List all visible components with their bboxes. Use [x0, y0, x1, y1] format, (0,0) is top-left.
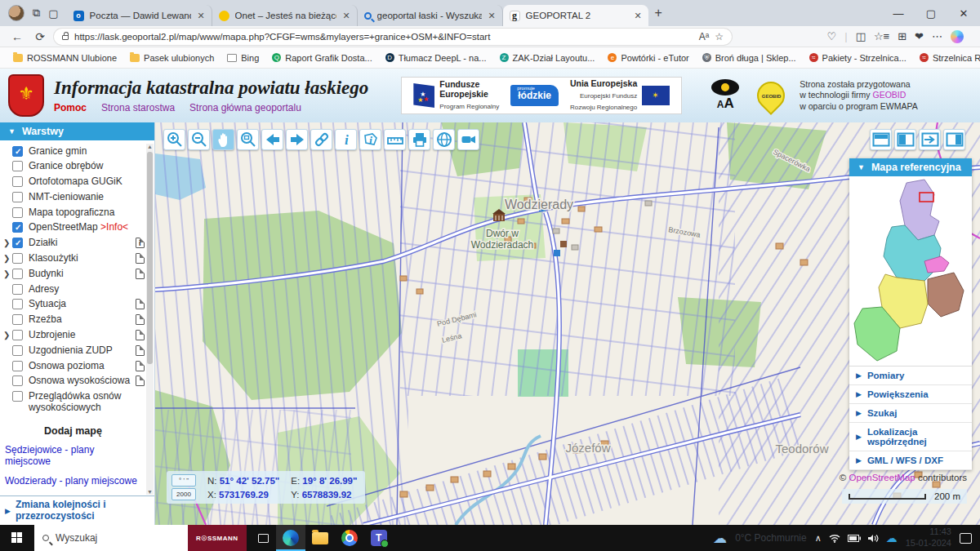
layer-checkbox[interactable] [12, 299, 23, 309]
layer-granice-obrebow[interactable]: ❯Granice obrębów [0, 159, 146, 175]
measure-button[interactable] [384, 129, 406, 150]
layer-dzialki[interactable]: ❯Działki [0, 236, 146, 251]
expand-icon[interactable]: ❯ [3, 254, 12, 263]
layer-checkbox[interactable] [12, 345, 23, 356]
scale-input[interactable]: 2000 [172, 488, 196, 500]
task-view-button[interactable] [252, 525, 276, 551]
weather-text[interactable]: 0°C Pochmurnie [735, 532, 807, 544]
settings-more-icon[interactable]: ⋯ [932, 30, 942, 42]
tab-poczta[interactable]: o Poczta — Dawid Lewandowski — ✕ [67, 5, 212, 26]
geobid-link[interactable]: GEOBID [873, 90, 906, 100]
layer-checkbox[interactable] [12, 207, 23, 218]
tab-geoportal[interactable]: g GEOPORTAL 2 ✕ [503, 5, 648, 26]
tab-close-icon[interactable]: ✕ [197, 11, 204, 21]
layers-panel-header[interactable]: ▼ Warstwy [0, 122, 154, 140]
close-button[interactable]: ✕ [947, 0, 980, 26]
toggle-right-panel-button[interactable] [943, 129, 965, 150]
layer-checkbox[interactable] [12, 269, 23, 279]
scrollbar-thumb[interactable] [147, 152, 153, 364]
bookmark-item[interactable]: ZZAK-Dział Layoutu... [495, 51, 600, 64]
wifi-icon[interactable] [829, 534, 840, 543]
osm-info-link[interactable]: >Info< [100, 221, 128, 233]
taskbar-clock[interactable]: 11:43 15-01-2024 [906, 527, 951, 549]
layer-budynki[interactable]: ❯Budynki [0, 266, 146, 282]
layer-mapa-topograficzna[interactable]: ❯Mapa topograficzna [0, 205, 146, 220]
link-wodzierady-plany[interactable]: Wodzierady - plany miejscowe [0, 471, 146, 491]
menu-powiekszenia[interactable]: ▶Powiększenia [849, 385, 972, 404]
edge-taskbar-button[interactable] [276, 525, 305, 551]
tab-onet[interactable]: Onet – Jesteś na bieżąco ✕ [212, 5, 358, 26]
start-button[interactable] [0, 525, 34, 551]
link-starostwo[interactable]: Strona starostwa [101, 102, 175, 113]
onedrive-icon[interactable]: ☁ [886, 531, 898, 544]
layer-checkbox[interactable] [12, 253, 23, 264]
legend-doc-icon[interactable] [136, 269, 145, 279]
degrees-toggle-button[interactable]: ° ' " [172, 474, 196, 487]
menu-lokalizacja[interactable]: ▶Lokalizacja współrzędnej [849, 423, 972, 451]
wallet-icon[interactable]: ❤ [915, 30, 924, 42]
layer-osnowa-wysokosciowa[interactable]: ❯Osnowa wysokościowa [0, 374, 146, 389]
legend-doc-icon[interactable] [136, 330, 145, 340]
link-sedziejowice-plany[interactable]: Sędziejowice - plany miejscowe [0, 440, 146, 471]
toggle-left-panel-button[interactable] [894, 129, 916, 150]
layer-checkbox[interactable] [12, 314, 23, 325]
speaker-icon[interactable] [868, 534, 879, 543]
link-button[interactable] [310, 129, 332, 150]
next-view-button[interactable] [286, 129, 308, 150]
legend-doc-icon[interactable] [136, 345, 145, 356]
collapse-icon[interactable]: ▼ [8, 127, 16, 136]
legend-doc-icon[interactable] [136, 375, 145, 386]
layer-nmt[interactable]: ❯NMT-cieniowanie [0, 189, 146, 205]
bookmark-item[interactable]: DTłumacz DeepL - na... [381, 51, 492, 64]
layer-checkbox[interactable] [12, 222, 23, 233]
contrast-eye-icon[interactable] [711, 79, 739, 96]
explorer-taskbar-button[interactable] [305, 525, 335, 551]
move-panel-button[interactable] [919, 129, 941, 150]
layer-checkbox[interactable] [12, 238, 23, 248]
tab-close-icon[interactable]: ✕ [488, 11, 495, 21]
menu-gml-wfs-dxf[interactable]: ▶GML / WFS / DXF [849, 451, 972, 470]
layer-sytuacja[interactable]: ❯Sytuacja [0, 297, 146, 313]
split-screen-icon[interactable]: ◫ [856, 30, 866, 42]
toggle-top-panel-button[interactable] [870, 129, 892, 150]
info-button[interactable]: i [335, 129, 357, 150]
bookmark-item[interactable]: ROSSMANN Ulubione [8, 51, 122, 64]
layer-checkbox[interactable] [12, 391, 23, 402]
favorite-star-icon[interactable]: ☆ [715, 31, 724, 42]
legend-doc-icon[interactable] [136, 361, 145, 371]
new-tab-button[interactable]: + [655, 6, 662, 20]
layer-checkbox[interactable] [12, 330, 23, 340]
link-glowna[interactable]: Strona główna geoportalu [189, 102, 301, 113]
map-node-marker[interactable] [554, 250, 560, 256]
scroll-up-icon[interactable]: ▲ [146, 144, 154, 149]
menu-szukaj[interactable]: ▶Szukaj [849, 404, 972, 423]
legend-doc-icon[interactable] [136, 299, 145, 309]
bookmark-item[interactable]: ePowtórki - eTutor [603, 51, 693, 64]
refresh-icon[interactable]: ⟳ [31, 30, 49, 43]
globe-button[interactable] [433, 129, 455, 150]
battery-icon[interactable] [848, 535, 861, 542]
address-bar[interactable]: https://lask.geoportal2.pl/map/www/mapa.… [54, 29, 732, 45]
notification-center-icon[interactable] [960, 533, 972, 544]
legend-doc-icon[interactable] [136, 314, 145, 325]
tab-close-icon[interactable]: ✕ [634, 11, 641, 21]
minimize-button[interactable]: — [882, 0, 915, 26]
zoom-out-button[interactable] [188, 129, 210, 150]
tab-search[interactable]: geoportal łaski - Wyszukaj ✕ [358, 5, 503, 26]
bookmark-item[interactable]: ≈Strzelnica RP - Strze... [915, 51, 980, 64]
layer-checkbox[interactable] [12, 146, 23, 157]
layer-granice-gmin[interactable]: ❯Granice gmin [0, 144, 146, 159]
back-icon[interactable]: ← [8, 30, 26, 43]
layer-checkbox[interactable] [12, 161, 23, 171]
bookmark-item[interactable]: ≈Pakiety - Strzelnica... [804, 51, 911, 64]
previous-view-button[interactable] [261, 129, 283, 150]
maximize-button[interactable]: ▢ [915, 0, 947, 26]
rossmann-app-button[interactable]: R☉SSMANN [188, 525, 247, 551]
favorites-icon[interactable]: ☆≡ [874, 30, 889, 42]
expand-icon[interactable]: ❯ [3, 331, 12, 340]
link-pomoc[interactable]: Pomoc [54, 102, 87, 113]
browser-essentials-icon[interactable]: ♡ [827, 30, 837, 42]
sidebar-scrollbar[interactable]: ▲ ▼ [146, 144, 154, 495]
collapse-icon[interactable]: ▼ [858, 163, 865, 171]
reference-panel-header[interactable]: ▼ Mapa referencyjna [849, 158, 972, 176]
